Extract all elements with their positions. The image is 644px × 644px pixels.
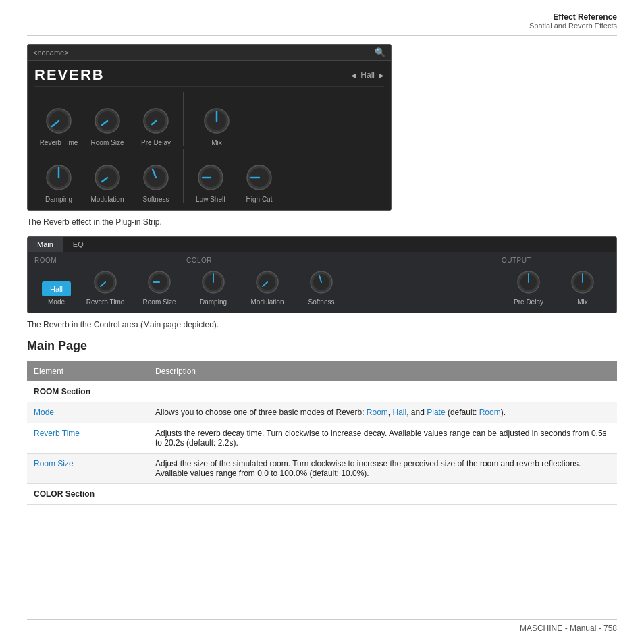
knobs-row-2: Damping Modulation xyxy=(34,149,384,203)
room-size-link[interactable]: Room Size xyxy=(34,459,74,468)
table-row-mode: Mode Allows you to choose one of three b… xyxy=(27,402,617,423)
low-shelf-knob-svg[interactable] xyxy=(194,161,227,194)
ctrl-reverb-time-svg[interactable] xyxy=(91,268,119,296)
mode-button[interactable]: Hall xyxy=(42,281,71,296)
color-section-cell: COLOR Section xyxy=(27,484,149,505)
pre-delay-knob-svg[interactable] xyxy=(140,105,172,137)
room-section-label: ROOM xyxy=(34,257,186,264)
caption-plugin-strip: The Reverb effect in the Plug-in Strip. xyxy=(27,217,617,227)
plugin-title: REVERB xyxy=(34,66,105,84)
knob-modulation: Modulation xyxy=(83,161,132,203)
page-header: Effect Reference Spatial and Reverb Effe… xyxy=(529,12,617,30)
search-icon[interactable]: 🔍 xyxy=(375,47,385,57)
ctrl-mode: Hall Mode xyxy=(34,268,78,306)
reverb-time-knob-svg[interactable] xyxy=(43,105,75,137)
ctrl-section-room: ROOM Hall Mode xyxy=(34,257,186,306)
row1-divider xyxy=(183,92,184,146)
plugin-noname-label: <noname> xyxy=(33,49,69,57)
mode-desc-cell: Allows you to choose one of three basic … xyxy=(149,402,617,423)
tab-main[interactable]: Main xyxy=(28,237,63,252)
main-content: <noname> 🔍 REVERB ◀ Hall ▶ xyxy=(27,44,617,505)
header-subtitle: Spatial and Reverb Effects xyxy=(529,22,617,30)
knob-mix: Mix xyxy=(186,105,247,146)
ctrl-mix: Mix xyxy=(556,268,610,306)
reverb-time-desc-cell: Adjusts the reverb decay time. Turn cloc… xyxy=(149,423,617,454)
ctrl-softness-svg[interactable] xyxy=(307,268,336,296)
mode-plate-link[interactable]: Plate xyxy=(427,408,445,417)
knob-modulation-label: Modulation xyxy=(91,196,124,203)
reverb-time-link[interactable]: Reverb Time xyxy=(34,429,80,438)
knob-pre-delay: Pre Delay xyxy=(132,105,180,146)
knob-softness-label: Softness xyxy=(143,196,169,203)
knob-damping: Damping xyxy=(34,161,83,203)
modulation-knob-svg[interactable] xyxy=(91,161,124,194)
room-section-desc xyxy=(149,381,617,402)
damping-knob-svg[interactable] xyxy=(43,161,75,194)
room-size-element-cell: Room Size xyxy=(27,454,149,484)
ctrl-pre-delay-label: Pre Delay xyxy=(514,298,543,306)
footer-rule xyxy=(27,619,617,620)
mode-hall-link[interactable]: Hall xyxy=(393,408,407,417)
room-section-cell: ROOM Section xyxy=(27,381,149,402)
ctrl-softness-label: Softness xyxy=(308,298,335,306)
knob-mix-label: Mix xyxy=(211,139,222,146)
ctrl-room-size: Room Size xyxy=(132,268,186,306)
ctrl-room-size-svg[interactable] xyxy=(145,268,173,296)
mix-knob-svg[interactable] xyxy=(200,105,233,137)
knob-low-shelf-label: Low Shelf xyxy=(196,196,225,203)
high-cut-knob-svg[interactable] xyxy=(243,161,275,194)
output-section-label: OUTPUT xyxy=(502,257,610,264)
header-rule xyxy=(27,35,617,36)
mode-default-link[interactable]: Room xyxy=(479,408,501,417)
output-knobs: Pre Delay Mix xyxy=(502,268,610,306)
ctrl-damping-label: Damping xyxy=(200,298,227,306)
knob-damping-label: Damping xyxy=(45,196,72,203)
ctrl-pre-delay-svg[interactable] xyxy=(514,268,543,296)
color-section-desc xyxy=(149,484,617,505)
knob-softness: Softness xyxy=(132,161,180,203)
col-header-description: Description xyxy=(149,361,617,381)
preset-name: Hall xyxy=(360,70,375,80)
ctrl-mode-label: Mode xyxy=(48,298,65,306)
knob-reverb-time: Reverb Time xyxy=(34,105,83,146)
plugin-preset: ◀ Hall ▶ xyxy=(351,70,384,80)
knob-reverb-time-label: Reverb Time xyxy=(40,139,78,146)
tab-eq[interactable]: EQ xyxy=(63,237,93,252)
preset-prev-arrow[interactable]: ◀ xyxy=(351,72,356,79)
preset-next-arrow[interactable]: ▶ xyxy=(379,72,384,79)
ctrl-modulation: Modulation xyxy=(240,268,294,306)
mode-link[interactable]: Mode xyxy=(34,408,54,417)
ctrl-modulation-label: Modulation xyxy=(251,298,284,306)
ctrl-sections: ROOM Hall Mode xyxy=(34,257,610,306)
ctrl-damping-svg[interactable] xyxy=(199,268,227,296)
plugin-header: REVERB ◀ Hall ▶ xyxy=(34,61,384,87)
ctrl-modulation-svg[interactable] xyxy=(253,268,281,296)
ctrl-reverb-time: Reverb Time xyxy=(78,268,132,306)
table-row-room-section: ROOM Section xyxy=(27,381,617,402)
plugin-strip-titlebar: <noname> 🔍 xyxy=(28,45,391,61)
table-row-reverb-time: Reverb Time Adjusts the reverb decay tim… xyxy=(27,423,617,454)
reverb-time-element-cell: Reverb Time xyxy=(27,423,149,454)
ctrl-room-size-label: Room Size xyxy=(143,298,176,306)
knob-room-size: Room Size xyxy=(83,105,132,146)
knob-high-cut: High Cut xyxy=(235,161,284,203)
control-tabs: Main EQ xyxy=(28,237,616,252)
mode-room-link[interactable]: Room xyxy=(367,408,388,417)
knob-room-size-label: Room Size xyxy=(91,139,124,146)
ctrl-reverb-time-label: Reverb Time xyxy=(86,298,125,306)
control-area: Main EQ ROOM Hall Mode xyxy=(27,236,617,313)
caption-control: The Reverb in the Control area (Main pag… xyxy=(27,320,617,329)
ctrl-damping: Damping xyxy=(186,268,240,306)
ctrl-body: ROOM Hall Mode xyxy=(28,252,616,313)
knobs-row-1: Reverb Time Room Size xyxy=(34,92,384,146)
room-size-knob-svg[interactable] xyxy=(91,105,124,137)
reference-table: Element Description ROOM Section Mode Al… xyxy=(27,361,617,505)
color-knobs: Damping Modulation xyxy=(186,268,502,306)
footer-text: MASCHINE - Manual - 758 xyxy=(27,624,617,633)
ctrl-softness: Softness xyxy=(294,268,348,306)
ctrl-mix-svg[interactable] xyxy=(568,268,597,296)
table-row-color-section: COLOR Section xyxy=(27,484,617,505)
ctrl-mix-label: Mix xyxy=(577,298,588,306)
knob-high-cut-label: High Cut xyxy=(246,196,273,203)
softness-knob-svg[interactable] xyxy=(140,161,172,194)
